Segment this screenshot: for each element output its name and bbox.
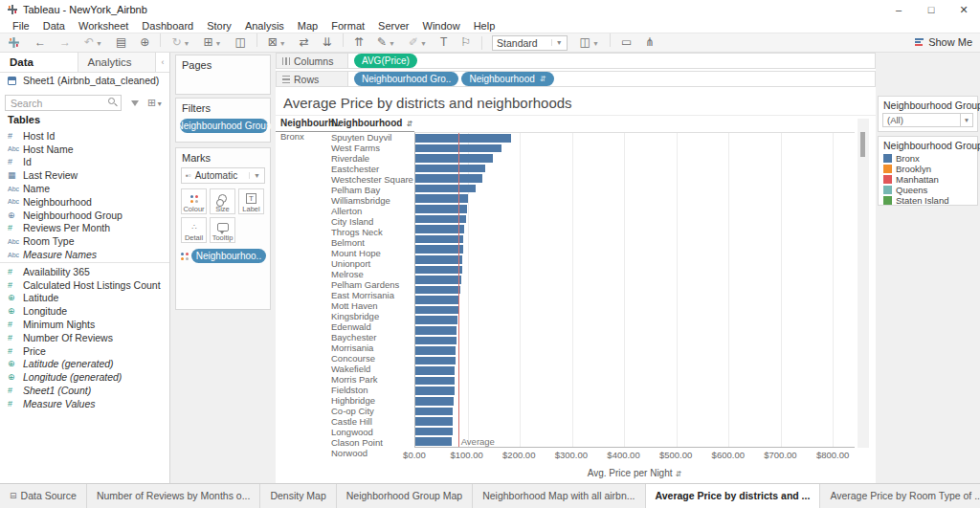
- menu-item-window[interactable]: Window: [416, 19, 467, 33]
- bar-baychester[interactable]: [415, 326, 457, 335]
- mark-type-dropdown[interactable]: ▪▫ Automatic ▼: [181, 167, 265, 184]
- marks-button-tooltip[interactable]: Tooltip: [210, 217, 235, 243]
- tableau-logo-icon[interactable]: [8, 36, 20, 49]
- sheet-tab-density-map[interactable]: Density Map: [260, 484, 336, 508]
- row-label-eastchester[interactable]: Eastchester: [331, 164, 413, 174]
- row-label-highbridge[interactable]: Highbridge: [331, 395, 413, 406]
- field-longitude[interactable]: ⊕Longitude: [0, 304, 169, 318]
- rows-shelf[interactable]: Neighbourhood Gro..Neighbourhood⇵: [348, 71, 876, 87]
- sort-icon[interactable]: ⇵: [406, 120, 412, 128]
- field-availability-365[interactable]: #Availability 365: [0, 265, 169, 278]
- row-label-throgs-neck[interactable]: Throgs Neck: [331, 227, 413, 237]
- row-label-morris-park[interactable]: Morris Park: [331, 374, 413, 385]
- row-label-allerton[interactable]: Allerton: [331, 206, 413, 216]
- menu-item-file[interactable]: File: [6, 19, 36, 33]
- collapse-panel-icon[interactable]: ‹: [156, 53, 169, 72]
- fit-selector[interactable]: Standard ▼: [492, 35, 568, 51]
- menu-item-dashboard[interactable]: Dashboard: [135, 19, 200, 33]
- row-label-spuyten-duyvil[interactable]: Spuyten Duyvil: [331, 132, 413, 143]
- sheet-tab-data-source[interactable]: ⊟Data Source: [0, 484, 87, 508]
- group-label[interactable]: Bronx: [280, 132, 328, 143]
- legend-item-manhattan[interactable]: Manhattan: [879, 174, 977, 185]
- field-sheet1-count[interactable]: #Sheet1 (Count): [0, 384, 169, 397]
- bar-wakefield[interactable]: [415, 357, 456, 365]
- quick-filter-dropdown[interactable]: (All) ▼: [882, 113, 973, 127]
- sheet-tab-number-of-reviews-by-months-o[interactable]: Number of Reviews by Months o...: [87, 484, 260, 508]
- bar-melrose[interactable]: [415, 266, 462, 275]
- sort-icon[interactable]: ⇵: [540, 75, 546, 83]
- row-label-east-morrisania[interactable]: East Morrisania: [331, 290, 413, 300]
- sort-descending-icon[interactable]: ⇈: [347, 33, 370, 53]
- marks-button-size[interactable]: Size: [210, 188, 235, 214]
- row-label-city-island[interactable]: City Island: [331, 216, 413, 227]
- field-latitude-generated[interactable]: ⊕Latitude (generated): [0, 358, 169, 371]
- bar-clason-point[interactable]: [415, 428, 453, 436]
- row-label-clason-point[interactable]: Clason Point: [331, 437, 413, 448]
- marks-button-colour[interactable]: Colour: [181, 188, 207, 214]
- row-label-baychester[interactable]: Baychester: [331, 332, 413, 342]
- refresh-icon[interactable]: ↻▼: [165, 33, 196, 53]
- sheet-tab-neighborhood-map-with-all-airbn[interactable]: Neighborhood Map with all airbn...: [473, 484, 645, 508]
- marks-button-label[interactable]: TLabel: [238, 188, 264, 214]
- minimize-button[interactable]: –: [882, 0, 915, 19]
- row-label-mott-haven[interactable]: Mott Haven: [331, 300, 413, 311]
- undo-icon[interactable]: ↶▼: [78, 33, 109, 53]
- row-header-neighbourhood[interactable]: Neighbourhood⇵: [331, 118, 412, 128]
- field-measure-names[interactable]: AbcMeasure Names: [0, 248, 169, 261]
- field-host-id[interactable]: #Host Id: [0, 129, 169, 143]
- legend-item-bronx[interactable]: Bronx: [879, 153, 977, 164]
- row-label-morrisania[interactable]: Morrisania: [331, 342, 413, 353]
- shelf-pill-neighbourhood[interactable]: Neighbourhood⇵: [461, 72, 553, 86]
- row-label-williamsbridge[interactable]: Williamsbridge: [331, 195, 413, 206]
- sheet-tab-average-price-by-room-type-of[interactable]: Average Price by Room Type of ...: [820, 484, 980, 508]
- bar-unionport[interactable]: [415, 255, 462, 264]
- field-minimum-nights[interactable]: #Minimum Nights: [0, 318, 169, 331]
- add-datasource-icon[interactable]: ⊕: [133, 33, 156, 53]
- bar-belmont[interactable]: [415, 235, 463, 244]
- field-id[interactable]: #Id: [0, 156, 169, 169]
- bar-throgs-neck[interactable]: [415, 225, 464, 233]
- back-icon[interactable]: ←: [28, 33, 53, 53]
- row-label-pelham-bay[interactable]: Pelham Bay: [331, 185, 413, 195]
- menu-item-format[interactable]: Format: [324, 19, 371, 33]
- bar-mount-hope[interactable]: [415, 245, 463, 254]
- menu-item-worksheet[interactable]: Worksheet: [72, 19, 135, 33]
- row-label-westchester-square[interactable]: Westchester Square: [331, 174, 413, 185]
- row-label-melrose[interactable]: Melrose: [331, 269, 413, 279]
- bar-norwood[interactable]: [415, 437, 452, 446]
- bar-east-morrisania[interactable]: [415, 286, 460, 295]
- field-measure-values[interactable]: #Measure Values: [0, 397, 169, 410]
- row-label-co-op-city[interactable]: Co-op City: [331, 406, 413, 416]
- row-label-mount-hope[interactable]: Mount Hope: [331, 248, 413, 258]
- legend-item-staten-island[interactable]: Staten Island: [879, 195, 977, 206]
- legend-item-brooklyn[interactable]: Brooklyn: [879, 164, 977, 174]
- bar-edenwald[interactable]: [415, 316, 457, 324]
- field-calculated-host-listings-count[interactable]: #Calculated Host Listings Count: [0, 278, 169, 292]
- sheet-tab-average-price-by-districts-and[interactable]: Average Price by districts and ...: [646, 484, 821, 508]
- view-options-icon[interactable]: ⊞▼: [147, 97, 163, 109]
- field-neighbourhood-group[interactable]: ⊕Neighbourhood Group: [0, 209, 169, 222]
- field-price[interactable]: #Price: [0, 344, 169, 358]
- swap-axes-icon[interactable]: ⇄: [293, 33, 316, 53]
- field-number-of-reviews[interactable]: #Number Of Reviews: [0, 331, 169, 344]
- field-longitude-generated[interactable]: ⊕Longitude (generated): [0, 370, 169, 384]
- row-label-west-farms[interactable]: West Farms: [331, 143, 413, 153]
- field-neighbourhood[interactable]: AbcNeighbourhood: [0, 195, 169, 209]
- pin-icon[interactable]: ⚐: [454, 33, 478, 53]
- new-worksheet-icon[interactable]: ⊞▼: [196, 33, 228, 53]
- field-room-type[interactable]: AbcRoom Type: [0, 234, 169, 248]
- row-label-belmont[interactable]: Belmont: [331, 237, 413, 248]
- average-reference-line[interactable]: [458, 133, 459, 447]
- row-label-concourse[interactable]: Concourse: [331, 353, 413, 364]
- close-button[interactable]: ✕: [947, 0, 980, 19]
- row-label-unionport[interactable]: Unionport: [331, 258, 413, 269]
- data-connection[interactable]: Sheet1 (Airbnb_data_cleaned): [0, 75, 169, 90]
- presentation-mode-icon[interactable]: ▭: [614, 33, 638, 53]
- row-label-fieldston[interactable]: Fieldston: [331, 385, 413, 395]
- bar-westchester-square[interactable]: [415, 174, 482, 183]
- menu-item-story[interactable]: Story: [200, 19, 238, 33]
- fit-axes-icon[interactable]: ◫▼: [573, 33, 606, 53]
- save-icon[interactable]: ▤: [109, 33, 133, 53]
- shelf-pill-avg-price[interactable]: AVG(Price): [354, 54, 417, 68]
- bar-morris-park[interactable]: [415, 366, 455, 375]
